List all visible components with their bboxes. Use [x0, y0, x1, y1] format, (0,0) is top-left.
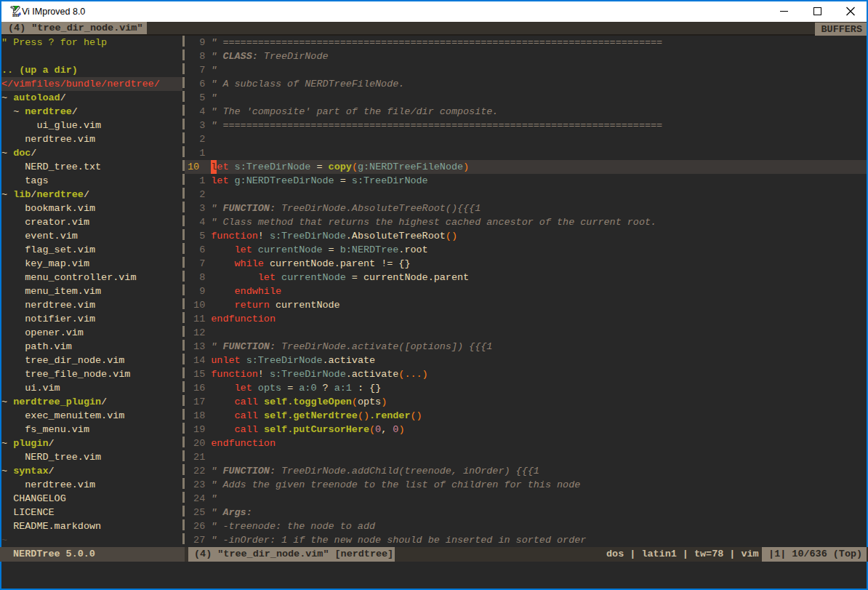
svg-text:im: im	[12, 11, 19, 17]
